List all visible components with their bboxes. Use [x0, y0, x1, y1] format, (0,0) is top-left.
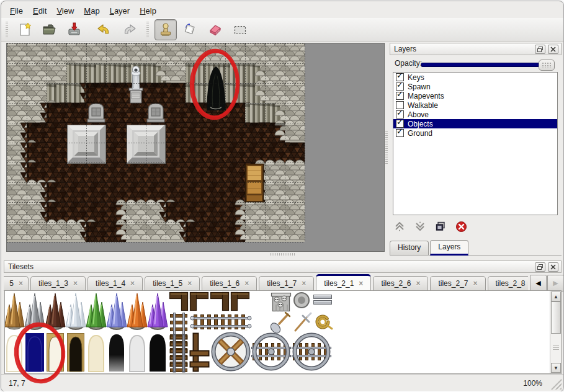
tab-close-icon[interactable]: ×: [244, 279, 249, 288]
close-panel-button[interactable]: [548, 45, 558, 54]
scroll-up-button[interactable]: ▲: [551, 292, 561, 301]
duplicate-layer-button[interactable]: [433, 220, 448, 233]
fill-button[interactable]: [179, 19, 202, 40]
tab-tiles_1_5[interactable]: tiles_1_5×: [145, 276, 200, 290]
float-icon: [537, 264, 543, 270]
tab-label: tiles_1_7: [267, 279, 297, 288]
tab-close-icon[interactable]: ×: [416, 279, 420, 288]
save-icon: [66, 22, 83, 38]
float-tilesets-button[interactable]: [535, 262, 545, 272]
tab-close-icon[interactable]: ×: [130, 279, 135, 288]
check-icon: ✓: [396, 81, 403, 89]
status-bar: 17, 7 100%: [1, 374, 563, 391]
tab-label: tiles_2_1: [324, 279, 354, 288]
layer-row-mapevents[interactable]: ✓Mapevents: [393, 91, 557, 100]
tileset-scrollbar: ▲ ▼: [550, 291, 561, 373]
scroll-tabs-right-button[interactable]: ▶: [547, 275, 564, 292]
tab-label: tiles_1_5: [153, 279, 182, 288]
stamp-icon: [158, 22, 174, 38]
horizontal-splitter[interactable]: [270, 253, 296, 256]
undo-icon: [96, 22, 112, 38]
lower-layer-icon: [414, 221, 426, 232]
stamp-button[interactable]: [154, 19, 177, 40]
layer-name: Spawn: [408, 82, 431, 91]
tab-tiles_1_7[interactable]: tiles_1_7×: [259, 276, 314, 290]
tab-tiles_2_6[interactable]: tiles_2_6×: [373, 276, 428, 290]
menu-map[interactable]: Map: [80, 5, 103, 17]
tab-close-icon[interactable]: ×: [19, 279, 23, 288]
map-canvas[interactable]: [7, 43, 384, 251]
tab-tiles_2_7[interactable]: tiles_2_7×: [430, 276, 485, 290]
layer-name: Ground: [408, 129, 432, 138]
raise-layer-icon: [394, 221, 405, 232]
layers-dock-header: Layers: [390, 43, 562, 55]
tab-label: tiles_2_8: [496, 279, 526, 288]
tab-close-icon[interactable]: ×: [473, 279, 477, 288]
delete-layer-button[interactable]: [454, 220, 468, 233]
layer-visibility-checkbox[interactable]: ✓: [396, 129, 404, 137]
save-button[interactable]: [63, 19, 86, 40]
layer-name: Walkable: [408, 101, 438, 110]
scroll-down-button[interactable]: ▼: [551, 363, 561, 373]
redo-button[interactable]: [118, 19, 140, 40]
new-file-icon: [17, 22, 33, 38]
tab-label: tiles_2_6: [381, 279, 411, 288]
scrollbar-thumb[interactable]: [551, 301, 561, 334]
layer-row-ground[interactable]: ✓Ground: [393, 128, 557, 138]
layer-row-above[interactable]: ✓Above: [393, 110, 557, 119]
scroll-tabs-left-button[interactable]: ◀: [530, 275, 547, 292]
opacity-label: Opacity:: [395, 59, 422, 68]
menu-edit[interactable]: Edit: [29, 5, 50, 17]
tab-tiles_2_8[interactable]: tiles_2_8×: [488, 276, 529, 290]
check-icon: ✓: [396, 118, 403, 126]
menu-layer[interactable]: Layer: [106, 5, 134, 17]
tab-tiles_1_6[interactable]: tiles_1_6×: [202, 276, 257, 290]
open-button[interactable]: [38, 19, 61, 40]
close-icon: [550, 264, 556, 270]
layer-name: Above: [408, 110, 429, 119]
tileset-tab-bar: 5×tiles_1_3×tiles_1_4×tiles_1_5×tiles_1_…: [4, 274, 528, 291]
vertical-splitter[interactable]: [385, 131, 388, 164]
eraser-button[interactable]: [204, 19, 226, 40]
close-icon: [550, 47, 556, 52]
layer-row-walkable[interactable]: Walkable: [393, 100, 557, 110]
tab-close-icon[interactable]: ×: [73, 279, 78, 288]
check-icon: ✓: [396, 90, 403, 98]
menu-help[interactable]: Help: [136, 5, 160, 17]
tab-close-icon[interactable]: ×: [187, 279, 192, 288]
raise-layer-button[interactable]: [392, 220, 407, 233]
menu-file[interactable]: File: [6, 5, 27, 17]
tileset-canvas[interactable]: [5, 291, 549, 373]
tab-history[interactable]: History: [390, 241, 429, 255]
tab-label: 5: [9, 279, 14, 288]
tab-tiles_2_1[interactable]: tiles_2_1×: [316, 274, 371, 291]
toolbar-grip-2[interactable]: [146, 22, 149, 38]
layer-row-keys[interactable]: ✓Keys: [393, 73, 557, 82]
menu-view[interactable]: View: [53, 5, 78, 17]
tab-scroll-arrows: ◀ ▶: [529, 275, 564, 292]
layer-row-objects[interactable]: ✓Objects: [393, 119, 557, 128]
rect-select-button[interactable]: [229, 19, 251, 40]
menu-bar: FileEditViewMapLayerHelp: [6, 4, 163, 17]
new-file-button[interactable]: [14, 19, 36, 40]
layer-name: Mapevents: [408, 92, 444, 100]
opacity-slider-handle[interactable]: [539, 60, 555, 71]
tab-close-icon[interactable]: ×: [359, 279, 363, 288]
tab-5[interactable]: 5×: [4, 276, 29, 290]
layers-dock-title: Layers: [390, 45, 535, 53]
tilesets-dock-title: Tilesets: [4, 262, 535, 271]
lower-layer-button[interactable]: [413, 220, 427, 233]
toolbar-grip[interactable]: [6, 22, 8, 38]
check-icon: ✓: [396, 127, 403, 135]
layer-visibility-checkbox[interactable]: ✓: [396, 92, 404, 100]
tab-tiles_1_4[interactable]: tiles_1_4×: [87, 276, 143, 290]
float-panel-button[interactable]: [535, 45, 545, 54]
tab-layers[interactable]: Layers: [430, 240, 468, 256]
opacity-slider-track[interactable]: [421, 63, 540, 67]
close-tilesets-button[interactable]: [548, 262, 558, 272]
tab-close-icon[interactable]: ×: [302, 279, 306, 288]
layer-row-spawn[interactable]: ✓Spawn: [393, 82, 557, 91]
undo-button[interactable]: [93, 19, 115, 40]
float-icon: [537, 47, 543, 52]
tab-tiles_1_3[interactable]: tiles_1_3×: [30, 276, 86, 290]
